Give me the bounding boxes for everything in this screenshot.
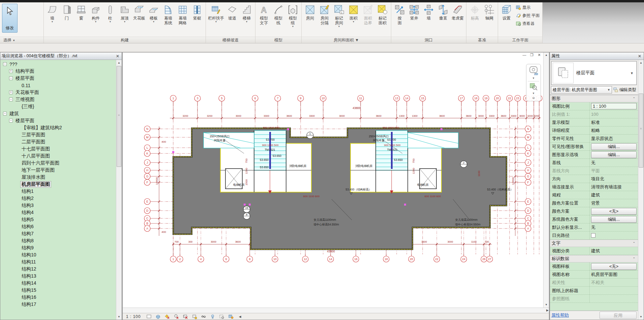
- tree-item[interactable]: 地下一层平面图: [0, 167, 116, 174]
- ribbon-button-5-1[interactable]: 轴网: [482, 3, 496, 21]
- expand-icon[interactable]: +: [9, 91, 13, 94]
- ribbon-button-0-3[interactable]: 构件▾: [89, 3, 103, 24]
- navbar-collapse-icon[interactable]: ⊖: [532, 96, 535, 100]
- ribbon-group-label[interactable]: 楼梯坡道: [206, 37, 255, 43]
- properties-scrollbar[interactable]: ▲ ≡ ▼: [638, 60, 644, 320]
- ribbon-button-0-7[interactable]: 楼板▾: [147, 3, 161, 24]
- property-value[interactable]: 机房层平面图: [590, 271, 638, 278]
- apply-button[interactable]: 应用: [600, 312, 637, 319]
- tree-item[interactable]: 三层平面图: [0, 131, 116, 138]
- ribbon-button-4-2[interactable]: 墙: [422, 3, 436, 21]
- tree-item[interactable]: +天花板平面: [0, 89, 116, 96]
- ribbon-small-button-1[interactable]: 参照 平面: [514, 12, 541, 19]
- ribbon-button-1-1[interactable]: 坡道: [225, 3, 239, 21]
- project-browser-header[interactable]: 项目浏览器 - 004住宅楼模型（部分）.rvt ✕: [0, 52, 122, 60]
- tree-item[interactable]: 结构6: [0, 223, 116, 230]
- tree-item[interactable]: 结构13: [0, 273, 116, 280]
- reveal-hidden-icon[interactable]: [201, 314, 207, 319]
- render-off-icon[interactable]: [173, 314, 179, 319]
- tree-item[interactable]: 结构4: [0, 209, 116, 216]
- ribbon-button-0-1[interactable]: 门: [60, 3, 74, 21]
- collapse-section-icon[interactable]: ⌃: [633, 242, 635, 245]
- ribbon-button-3-3[interactable]: 面积▾: [346, 3, 361, 24]
- ribbon-button-3-1[interactable]: 房间 分隔: [317, 3, 332, 26]
- checkbox[interactable]: [591, 233, 595, 238]
- reveal-constraints-icon[interactable]: [219, 314, 225, 319]
- ribbon-button-6-0[interactable]: 设置: [499, 3, 514, 21]
- ribbon-button-4-4[interactable]: 老虎窗: [451, 3, 465, 21]
- minimize-icon[interactable]: —: [522, 53, 527, 57]
- scroll-up-icon[interactable]: ▲: [116, 60, 122, 66]
- ribbon-button-0-8[interactable]: 幕墙 系统: [161, 3, 175, 26]
- view-scale[interactable]: 1 : 100: [126, 314, 141, 319]
- tree-item[interactable]: 结构14: [0, 280, 116, 287]
- ribbon-button-0-4[interactable]: 柱▾: [103, 3, 117, 24]
- wheel-dropdown-icon[interactable]: ▾: [533, 76, 534, 80]
- visual-style-icon[interactable]: [155, 314, 161, 319]
- tree-item[interactable]: 结构15: [0, 287, 116, 294]
- tree-item[interactable]: 十八层平面图: [0, 152, 116, 159]
- ribbon-button-2-0[interactable]: A模型 文字: [257, 3, 271, 26]
- ribbon-button-3-2[interactable]: 1标记 房间▾: [332, 3, 346, 28]
- close-icon[interactable]: ✕: [115, 54, 120, 59]
- tree-item[interactable]: {三维}: [0, 103, 116, 110]
- chevron-down-icon[interactable]: ▼: [630, 71, 636, 75]
- ribbon-button-0-10[interactable]: 竖梃: [190, 3, 204, 21]
- property-value[interactable]: <无>: [590, 207, 638, 215]
- ribbon-group-label[interactable]: 构建: [44, 37, 206, 43]
- tree-item[interactable]: 结构5: [0, 216, 116, 223]
- tree-item[interactable]: 0.11: [0, 82, 116, 89]
- ribbon-button-2-1[interactable]: 模型 线: [271, 3, 285, 26]
- ribbon-button-3-0[interactable]: 房间: [303, 3, 317, 21]
- scroll-up-icon[interactable]: ▲: [638, 60, 644, 66]
- view-type-combobox[interactable]: 楼层平面: 机房层平面图▼: [551, 86, 612, 94]
- ribbon-group-label[interactable]: 洞口: [391, 37, 466, 43]
- property-edit-button[interactable]: 编辑...: [591, 151, 637, 158]
- tree-item[interactable]: −楼层平面: [0, 117, 116, 124]
- collapse-icon[interactable]: −: [9, 76, 13, 80]
- property-value[interactable]: 编辑...: [590, 215, 638, 223]
- floor-plan-canvas[interactable]: 3200320030003300360033003000360013001300…: [123, 52, 544, 308]
- zoom-dropdown-icon[interactable]: ▾: [533, 92, 534, 95]
- scroll-down-icon[interactable]: ▼: [544, 302, 549, 308]
- property-value[interactable]: 粗略: [590, 127, 638, 134]
- ribbon-button-4-1[interactable]: 竖井: [407, 3, 421, 21]
- property-edit-button[interactable]: 编辑...: [591, 143, 637, 150]
- properties-help-link[interactable]: 属性帮助: [551, 312, 569, 318]
- scroll-down-icon[interactable]: ▼: [116, 314, 122, 320]
- properties-section-header[interactable]: 标识数据⌃: [550, 255, 638, 262]
- ribbon-button-4-3[interactable]: 垂直: [436, 3, 450, 21]
- ribbon-button-2-2[interactable]: 模型 组▾: [286, 3, 300, 28]
- ribbon-button-0-2[interactable]: 窗: [74, 3, 88, 21]
- collapse-icon[interactable]: −: [9, 98, 13, 101]
- scroll-up-icon[interactable]: ▲: [544, 52, 549, 58]
- zoom-tool-icon[interactable]: [529, 83, 538, 91]
- properties-header[interactable]: 属性 ✕: [550, 52, 644, 60]
- crop-view-off-icon[interactable]: [182, 314, 188, 319]
- tree-item[interactable]: 二层平面图: [0, 138, 116, 145]
- canvas-horizontal-scrollbar[interactable]: ▶: [123, 308, 549, 313]
- crop-box-icon[interactable]: [146, 314, 152, 319]
- tree-item[interactable]: +结构平面: [0, 68, 116, 75]
- tree-item[interactable]: −建筑: [0, 110, 116, 117]
- collapse-icon[interactable]: −: [3, 112, 7, 115]
- tree-item[interactable]: 结构8: [0, 237, 116, 244]
- scroll-thumb[interactable]: [639, 94, 643, 168]
- ribbon-button-0-9[interactable]: 幕墙 网格: [176, 3, 190, 26]
- property-value[interactable]: <无>: [590, 262, 638, 270]
- property-value[interactable]: 无: [590, 159, 638, 167]
- tree-item[interactable]: 结构17: [0, 301, 116, 308]
- expand-icon[interactable]: +: [9, 69, 13, 73]
- property-value[interactable]: 项目北: [590, 175, 638, 183]
- property-value[interactable]: [590, 287, 638, 294]
- tree-item[interactable]: 结构9: [0, 244, 116, 251]
- property-value[interactable]: 建筑: [590, 191, 638, 199]
- tree-item[interactable]: 结构1: [0, 188, 116, 195]
- scroll-down-icon[interactable]: ▼: [638, 314, 644, 320]
- tree-item[interactable]: 结构11: [0, 258, 116, 265]
- ribbon-group-label[interactable]: 工作平面: [498, 37, 542, 43]
- ribbon-button-3-5[interactable]: 标记 面积: [375, 3, 390, 26]
- ribbon-small-button-0[interactable]: 显示: [514, 4, 532, 11]
- tree-item[interactable]: 机房层平面图: [0, 181, 116, 188]
- tree-item[interactable]: 屋顶排水图: [0, 174, 116, 181]
